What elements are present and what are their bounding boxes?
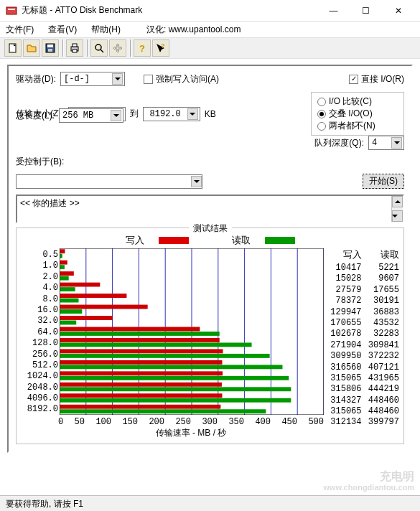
y-tick-label: 32.0 <box>21 316 58 327</box>
svg-rect-34 <box>60 305 148 309</box>
svg-rect-45 <box>60 365 282 369</box>
table-row: 312134399797 <box>324 417 399 428</box>
transfer-to-label: 到 <box>130 108 139 120</box>
x-tick-label: 350 <box>228 417 244 427</box>
svg-rect-49 <box>60 387 291 391</box>
minimize-button[interactable]: — <box>317 0 350 21</box>
total-length-combo[interactable]: 256 MB <box>59 108 123 123</box>
table-row: 309950372232 <box>324 351 399 362</box>
print-button[interactable] <box>66 39 83 57</box>
y-tick-label: 2.0 <box>21 272 58 283</box>
x-tick-label: 500 <box>308 417 324 427</box>
x-tick-label: 0 <box>58 417 63 427</box>
neither-radio[interactable]: 两者都不(N) <box>317 120 398 132</box>
controlled-by-combo[interactable] <box>16 174 202 189</box>
hanhua-credit: 汉化: www.upantool.com <box>146 24 241 36</box>
watermark: 充电明 www.chongdiantou.com <box>323 469 414 492</box>
new-button[interactable] <box>4 39 22 57</box>
chart-legend: 写入 读取 <box>21 234 399 247</box>
help-button[interactable]: ? <box>134 39 151 57</box>
radio-icon <box>317 110 326 118</box>
app-icon <box>6 5 17 17</box>
table-row: 314327448460 <box>324 395 399 406</box>
open-button[interactable] <box>23 39 40 57</box>
svg-text:?: ? <box>139 43 145 54</box>
svg-rect-8 <box>73 50 77 52</box>
direct-io-checkbox[interactable]: ✓ 直接 I/O(R) <box>349 73 404 85</box>
table-row: 2757917655 <box>324 285 399 296</box>
x-tick-label: 100 <box>95 417 111 427</box>
svg-rect-35 <box>60 309 82 314</box>
table-row: 271904309841 <box>324 340 399 351</box>
legend-read-swatch <box>265 237 295 244</box>
table-row: 12994736883 <box>324 307 399 318</box>
description-text: << 你的描述 >> <box>20 198 80 208</box>
svg-rect-32 <box>60 294 126 298</box>
y-tick-label: 128.0 <box>21 338 58 349</box>
table-row: 315806444219 <box>324 384 399 395</box>
svg-rect-50 <box>60 393 222 398</box>
y-tick-label: 16.0 <box>21 305 58 316</box>
svg-rect-37 <box>60 321 76 325</box>
start-button[interactable]: 开始(S) <box>363 174 404 189</box>
io-mode-group: I/O 比较(C) 交叠 I/O(O) 两者都不(N) <box>311 92 404 136</box>
menu-help[interactable]: 帮助(H) <box>88 22 123 37</box>
scroll-up-icon[interactable] <box>392 196 403 207</box>
controlled-by-label: 受控制于(B): <box>16 156 64 168</box>
svg-rect-44 <box>60 360 222 365</box>
zoom-button[interactable] <box>90 39 108 57</box>
svg-rect-46 <box>60 371 223 375</box>
overlap-io-radio[interactable]: 交叠 I/O(O) <box>317 108 398 120</box>
table-row: 7837230191 <box>324 296 399 306</box>
svg-rect-48 <box>60 383 222 387</box>
scroll-down-icon[interactable] <box>392 210 403 222</box>
toolbar-separator <box>87 39 88 57</box>
svg-rect-1 <box>8 9 15 10</box>
window-title: 无标题 - ATTO Disk Benchmark <box>22 4 317 17</box>
drive-label: 驱动器(D): <box>16 73 56 85</box>
toolbar-separator <box>62 39 64 57</box>
svg-rect-31 <box>60 287 75 291</box>
svg-rect-42 <box>60 349 223 353</box>
table-row: 17065543532 <box>324 318 399 329</box>
description-textarea[interactable]: << 你的描述 >> <box>16 194 404 223</box>
menubar: 文件(F) 查看(V) 帮助(H) 汉化: www.upantool.com <box>0 22 420 37</box>
results-table: 写入读取 10417522115028960727579176557837230… <box>324 248 399 439</box>
legend-read-label: 读取 <box>232 234 251 247</box>
toolbar-separator <box>130 39 131 57</box>
menu-view[interactable]: 查看(V) <box>45 22 80 37</box>
save-button[interactable] <box>42 39 59 57</box>
maximize-button[interactable]: ☐ <box>350 0 382 21</box>
svg-rect-24 <box>60 249 65 253</box>
chart-x-ticks: 050100150200250300350400450500 <box>58 417 324 427</box>
svg-rect-4 <box>47 44 53 47</box>
y-tick-label: 0.5 <box>21 250 58 261</box>
y-tick-label: 8192.0 <box>21 404 58 415</box>
y-tick-label: 8.0 <box>21 294 58 305</box>
y-tick-label: 512.0 <box>21 360 58 371</box>
io-compare-radio[interactable]: I/O 比较(C) <box>317 95 398 108</box>
whats-this-button[interactable]: ? <box>152 39 169 57</box>
svg-rect-36 <box>60 316 113 320</box>
y-tick-label: 4.0 <box>21 283 58 294</box>
table-row: 315065448460 <box>324 406 399 417</box>
y-tick-label: 1.0 <box>21 261 58 271</box>
y-tick-label: 4096.0 <box>21 393 58 404</box>
x-tick-label: 450 <box>281 417 297 427</box>
y-tick-label: 2048.0 <box>21 383 58 393</box>
menu-file[interactable]: 文件(F) <box>3 22 37 37</box>
titlebar: 无标题 - ATTO Disk Benchmark — ☐ ✕ <box>0 0 420 22</box>
force-write-checkbox[interactable]: 强制写入访问(A) <box>144 73 219 85</box>
close-button[interactable]: ✕ <box>382 0 414 21</box>
statusbar: 要获得帮助, 请按 F1 <box>0 495 420 511</box>
drive-combo[interactable]: [-d-] <box>60 72 125 86</box>
move-button[interactable] <box>109 39 126 57</box>
force-write-label: 强制写入访问(A) <box>156 73 219 85</box>
scrollbar[interactable] <box>391 196 403 222</box>
svg-rect-26 <box>60 261 67 265</box>
transfer-to-combo[interactable]: 8192.0 <box>143 107 200 121</box>
svg-rect-33 <box>60 299 79 303</box>
queue-depth-combo[interactable]: 4 <box>368 136 404 150</box>
total-length-label: 总长度(L): <box>16 110 55 122</box>
svg-rect-53 <box>60 409 266 413</box>
